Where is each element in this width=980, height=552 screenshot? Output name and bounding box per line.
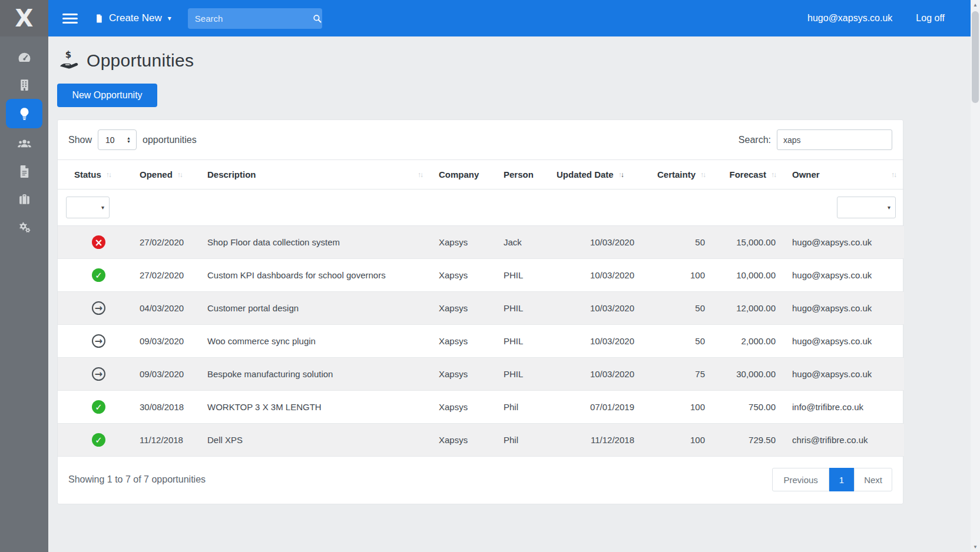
column-header-description[interactable]: Description↑↓ (199, 160, 431, 189)
sort-icon: ↑↓ (106, 171, 111, 179)
pagination: Previous 1 Next (772, 468, 892, 491)
sort-icon: ↑↓ (891, 171, 896, 179)
opportunity-row[interactable]: ✓30/08/2018WORKTOP 3 X 3M LENGTHXapsysPh… (58, 391, 904, 424)
cell-owner: hugo@xapsys.co.uk (784, 358, 904, 391)
app-logo[interactable]: X (0, 0, 48, 36)
global-search-input[interactable] (195, 14, 312, 24)
status-in-progress-icon: → (92, 301, 105, 315)
sidebar-item-companies[interactable] (6, 71, 42, 99)
page-length-value: 10 (105, 135, 115, 145)
cell-certainty: 100 (643, 259, 713, 292)
status-won-icon: ✓ (92, 400, 105, 414)
cell-forecast: 12,000.00 (713, 292, 784, 325)
cell-forecast: 30,000.00 (713, 358, 784, 391)
stepper-updown-icon: ▲▼ (127, 137, 131, 144)
sort-icon: ↑↓ (771, 171, 776, 179)
opportunity-row[interactable]: →09/03/2020Woo commerce sync pluginXapsy… (58, 325, 904, 358)
sidebar-item-contacts[interactable] (6, 130, 42, 158)
top-navbar: X Create New ▾ hugo@xapsys.co.uk Log off (0, 0, 971, 36)
cell-opened: 09/03/2020 (131, 358, 199, 391)
column-header-person: Person (495, 160, 548, 189)
cell-opened: 04/03/2020 (131, 292, 199, 325)
cell-person: PHIL (495, 325, 548, 358)
cell-forecast: 10,000.00 (713, 259, 784, 292)
cell-updated: 10/03/2020 (548, 325, 643, 358)
filter-cell-opened (131, 189, 199, 226)
cell-status: → (58, 325, 131, 358)
sidebar-item-settings[interactable] (6, 213, 42, 241)
cell-updated: 11/12/2018 (548, 424, 643, 457)
sidebar-item-documents[interactable] (6, 158, 42, 185)
status-lost-icon: × (92, 235, 105, 249)
cell-opened: 11/12/2018 (131, 424, 199, 457)
file-icon (17, 164, 32, 179)
opportunity-row[interactable]: →09/03/2020Bespoke manufacturing solutio… (58, 358, 904, 391)
status-won-icon: ✓ (92, 433, 105, 447)
cell-updated: 10/03/2020 (548, 358, 643, 391)
column-header-opened[interactable]: Opened↑↓ (131, 160, 199, 189)
chevron-down-icon: ▾ (101, 204, 104, 211)
scroll-up-arrow[interactable]: ▲ (971, 0, 980, 10)
svg-text:$: $ (65, 49, 71, 60)
pagination-next[interactable]: Next (854, 468, 892, 491)
opportunity-row[interactable]: ×27/02/2020Shop Floor data collection sy… (58, 226, 904, 259)
cell-owner: hugo@xapsys.co.uk (784, 292, 904, 325)
logoff-link[interactable]: Log off (916, 13, 945, 24)
cell-certainty: 100 (643, 424, 713, 457)
new-opportunity-button[interactable]: New Opportunity (57, 84, 157, 107)
cell-person: PHIL (495, 259, 548, 292)
search-icon[interactable] (312, 14, 322, 24)
filter-cell-status: ▾ (58, 189, 131, 226)
column-header-owner[interactable]: Owner↑↓ (784, 160, 904, 189)
scrollbar[interactable]: ▲ ▼ (971, 0, 980, 552)
column-header-certainty[interactable]: Certainty↑↓ (643, 160, 713, 189)
sidebar-item-projects[interactable] (6, 185, 42, 213)
cell-opened: 09/03/2020 (131, 325, 199, 358)
cell-updated: 10/03/2020 (548, 292, 643, 325)
user-email-link[interactable]: hugo@xapsys.co.uk (807, 13, 892, 24)
status-filter-select[interactable]: ▾ (66, 197, 110, 218)
column-header-forecast[interactable]: Forecast↑↓ (713, 160, 784, 189)
page-length-select[interactable]: 10 ▲▼ (98, 129, 137, 150)
scroll-down-arrow[interactable]: ▼ (971, 542, 980, 552)
sidebar-item-dashboard[interactable] (6, 44, 42, 71)
pagination-page-1[interactable]: 1 (829, 468, 854, 491)
global-search (188, 8, 322, 29)
scrollbar-thumb[interactable] (972, 11, 979, 103)
opportunity-row[interactable]: ✓27/02/2020Custom KPI dashboards for sch… (58, 259, 904, 292)
cell-owner: hugo@xapsys.co.uk (784, 259, 904, 292)
table-search-input[interactable] (777, 129, 892, 150)
cell-owner: chris@trifibre.co.uk (784, 424, 904, 457)
menu-toggle-icon[interactable] (62, 14, 78, 24)
chevron-down-icon: ▾ (888, 204, 890, 211)
hand-holding-dollar-icon: $ (57, 49, 81, 72)
owner-filter-select[interactable]: ▾ (837, 197, 896, 218)
pagination-previous[interactable]: Previous (772, 468, 829, 491)
cell-opened: 27/02/2020 (131, 259, 199, 292)
filter-cell-owner: ▾ (784, 189, 904, 226)
cell-owner: hugo@xapsys.co.uk (784, 226, 904, 259)
sort-icon: ↑↓ (418, 171, 422, 179)
cell-forecast: 729.50 (713, 424, 784, 457)
show-label: Show (68, 135, 92, 145)
main-content: $ Opportunities New Opportunity Show 10 … (48, 36, 971, 504)
opportunities-table: Status↑↓Opened↑↓Description↑↓CompanyPers… (58, 159, 904, 457)
table-filter-row: ▾▾ (58, 189, 904, 226)
opportunity-row[interactable]: ✓11/12/2018Dell XPSXapsysPhil11/12/20181… (58, 424, 904, 457)
create-new-label: Create New (109, 12, 162, 24)
create-new-button[interactable]: Create New ▾ (94, 12, 171, 24)
cell-company: Xapsys (431, 292, 495, 325)
cell-person: PHIL (495, 292, 548, 325)
cell-description: Woo commerce sync plugin (199, 325, 431, 358)
sort-icon: ↑↓ (618, 171, 623, 179)
cell-updated: 10/03/2020 (548, 226, 643, 259)
status-in-progress-icon: → (92, 334, 105, 348)
lightbulb-icon (17, 107, 32, 121)
opportunity-row[interactable]: →04/03/2020Customer portal designXapsysP… (58, 292, 904, 325)
filter-cell-certainty (643, 189, 713, 226)
column-header-updated[interactable]: Updated Date↑↓ (548, 160, 643, 189)
column-header-status[interactable]: Status↑↓ (58, 160, 131, 189)
sidebar-item-opportunities[interactable] (6, 99, 42, 128)
cell-opened: 27/02/2020 (131, 226, 199, 259)
briefcase-icon (17, 192, 32, 207)
